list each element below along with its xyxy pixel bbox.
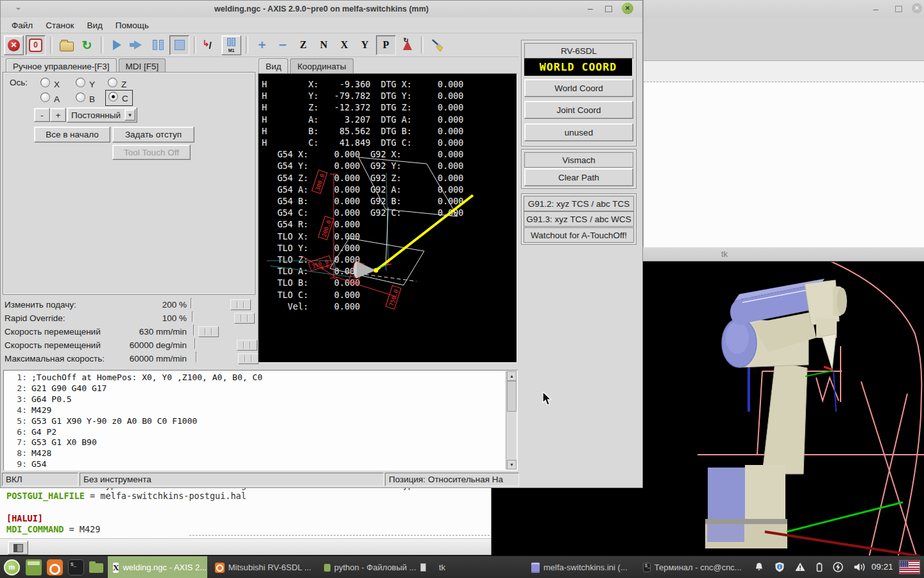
files-launcher[interactable] xyxy=(89,559,105,575)
skip-lines-button[interactable]: / xyxy=(201,36,219,55)
task-axis[interactable]: X welding.ngc - AXIS 2... xyxy=(108,556,207,578)
radio-axis-x[interactable] xyxy=(40,78,50,87)
restore-button[interactable] xyxy=(605,6,612,12)
estop-button[interactable]: ✕ xyxy=(4,35,24,55)
run-from-line-button[interactable] xyxy=(128,36,147,55)
side-panel-toggle-button[interactable] xyxy=(8,541,28,555)
rapid-override-slider[interactable] xyxy=(192,311,193,322)
gcode-scrollbar[interactable]: ▲ ▼ xyxy=(506,371,517,469)
view-perspective-button[interactable]: P xyxy=(376,35,396,55)
battery-icon[interactable] xyxy=(814,561,825,573)
radio-axis-y[interactable] xyxy=(76,78,85,87)
view-y-button[interactable]: Y xyxy=(355,36,374,55)
tab-mdi[interactable]: MDI [F5] xyxy=(119,58,166,73)
axis-titlebar[interactable]: welding.ngc - AXIS 2.9.0~pre0 on melfa-s… xyxy=(1,1,642,18)
gcode-line[interactable]: 2:G21 G90 G40 G17 xyxy=(4,383,517,394)
feed-override-slider[interactable] xyxy=(191,298,192,309)
scroll-up-icon[interactable]: ▲ xyxy=(507,371,517,381)
volume-icon[interactable] xyxy=(853,561,867,573)
tab-manual-control[interactable]: Ручное управление-[F3] xyxy=(6,58,117,74)
slider-thumb[interactable] xyxy=(238,353,259,364)
tab-dro[interactable]: Координаты xyxy=(290,58,353,73)
unused-button[interactable]: unused xyxy=(524,123,633,141)
task-terminal[interactable]: $_ Терминал - cnc@cnc... xyxy=(638,556,746,578)
window-menu-icon[interactable]: ⌄ xyxy=(15,2,22,12)
editor-line xyxy=(6,502,481,513)
task-tk[interactable]: tk xyxy=(434,556,457,578)
gcode-line[interactable]: 3:G64 P0.5 xyxy=(4,394,517,405)
radio-axis-b[interactable] xyxy=(76,92,85,102)
radio-axis-a[interactable] xyxy=(40,92,50,102)
notifications-icon[interactable] xyxy=(753,561,765,573)
menu-machine[interactable]: Станок xyxy=(40,19,80,32)
view-z-button[interactable]: Z xyxy=(294,36,312,55)
warning-icon[interactable] xyxy=(794,561,806,573)
view-x-button[interactable]: X xyxy=(335,36,354,55)
gcode-line[interactable]: 7:G53 G1 X0 B90 xyxy=(4,437,517,448)
bg-text-area[interactable] xyxy=(644,82,924,247)
show-desktop-button[interactable] xyxy=(26,559,42,575)
radio-axis-z[interactable] xyxy=(108,78,117,87)
home-all-button[interactable]: Все в начало xyxy=(34,127,110,143)
tab-preview[interactable]: Вид xyxy=(259,58,288,74)
clear-path-button[interactable]: Clear Path xyxy=(524,168,633,186)
gcode-line[interactable]: 8:M428 xyxy=(4,448,517,459)
machine-power-button[interactable]: 0 xyxy=(26,35,46,55)
keyboard-layout-flag[interactable] xyxy=(899,560,920,574)
view-z2-button[interactable]: N xyxy=(314,36,333,55)
gcode-line[interactable]: 4:M429 xyxy=(4,405,517,416)
radio-axis-c[interactable] xyxy=(108,92,118,101)
jog-minus-button[interactable]: - xyxy=(34,108,50,122)
tool-touch-off-button[interactable]: Tool Touch Off xyxy=(112,144,191,160)
browser-launcher[interactable] xyxy=(47,559,63,575)
preview-canvas[interactable]: H X: -9.360 DTG X: 0.000 H Y: -79.782 DT… xyxy=(258,73,517,363)
gcode-line[interactable]: 6:G4 P2 xyxy=(4,427,517,438)
rotate-view-button[interactable] xyxy=(398,36,416,55)
shield-info-icon[interactable] xyxy=(774,561,785,573)
slider-thumb[interactable] xyxy=(230,299,251,310)
gcode-line[interactable]: 5:G53 G1 X90 Y-90 z0 A0 B0 C0 F1000 xyxy=(4,416,517,427)
max-velocity-slider[interactable] xyxy=(196,352,197,363)
bg-close-button[interactable]: ✕ xyxy=(912,3,922,13)
angular-jog-speed-slider[interactable] xyxy=(194,338,196,349)
optional-pause-button[interactable]: M1 xyxy=(221,35,241,55)
clock[interactable]: 09:21 xyxy=(871,562,893,572)
robot-3d-view[interactable] xyxy=(643,262,924,556)
slider-thumb[interactable] xyxy=(234,313,255,324)
open-file-button[interactable] xyxy=(57,36,76,55)
task-melfa-ini[interactable]: melfa-switchkins.ini (... xyxy=(526,556,635,578)
world-coord-button[interactable]: World Coord xyxy=(524,79,633,97)
task-mitsubishi[interactable]: Mitsubishi RV-6SDL ... xyxy=(210,556,316,578)
run-program-button[interactable] xyxy=(108,36,126,55)
slider-thumb[interactable] xyxy=(198,326,219,337)
reload-file-button[interactable]: ↻ xyxy=(78,36,96,55)
mint-menu-button[interactable]: m xyxy=(4,559,20,575)
joint-coord-button[interactable]: Joint Coord xyxy=(524,101,633,119)
terminal-launcher[interactable]: $_ xyxy=(68,559,84,575)
jog-speed-slider[interactable] xyxy=(193,325,194,336)
menu-file[interactable]: Файл xyxy=(6,19,38,32)
slider-thumb[interactable] xyxy=(237,340,257,351)
power-manager-icon[interactable] xyxy=(832,561,844,573)
zoom-in-button[interactable]: + xyxy=(253,36,271,55)
gcode-line[interactable]: 1:;TouchOff at HomePos: X0, Y0 ,Z100, A0… xyxy=(4,372,517,383)
scrollbar-thumb[interactable] xyxy=(507,381,517,412)
stop-button[interactable] xyxy=(169,35,189,55)
task-python-files[interactable]: python - Файловый ... xyxy=(319,556,431,578)
gcode-line[interactable]: 9:G54 xyxy=(4,459,517,470)
bg-minimize-button[interactable]: – xyxy=(873,4,878,14)
clear-plot-button[interactable] xyxy=(428,36,447,55)
gcode-listing[interactable]: 1:;TouchOff at HomePos: X0, Y0 ,Z100, A0… xyxy=(3,370,518,471)
jog-plus-button[interactable]: + xyxy=(50,108,66,122)
pause-button[interactable] xyxy=(149,36,167,55)
minimize-button[interactable]: – xyxy=(583,1,597,15)
menu-view[interactable]: Вид xyxy=(81,19,108,32)
zoom-out-button[interactable]: − xyxy=(273,36,292,55)
scroll-down-icon[interactable]: ▼ xyxy=(507,460,517,469)
close-button[interactable]: ✕ xyxy=(622,3,633,14)
editor-text-area[interactable]: HALCMD = net :kinstype-select <= motion.… xyxy=(6,483,481,535)
touch-off-button[interactable]: Задать отступ xyxy=(112,127,194,143)
bg-restore-button[interactable] xyxy=(895,6,902,12)
menu-help[interactable]: Помощь xyxy=(110,19,155,32)
jog-mode-dropdown[interactable]: Постоянный ▼ xyxy=(67,107,137,123)
